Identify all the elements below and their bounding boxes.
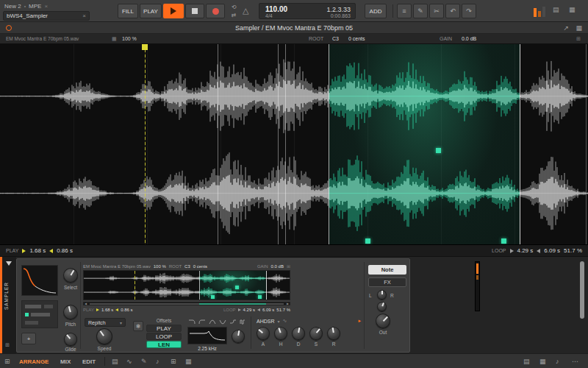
zone-bar[interactable] [25, 321, 38, 325]
tab-edit[interactable]: EDIT [82, 358, 96, 365]
filter-display[interactable] [187, 327, 227, 344]
play-length-value[interactable]: 0.86 s [57, 247, 73, 254]
more-icon[interactable]: ⋯ [572, 358, 578, 365]
grid-icon[interactable]: ⊞ [576, 36, 581, 42]
waveform-display[interactable] [84, 271, 290, 300]
envelope-shape-icon[interactable]: ∿ [283, 318, 287, 324]
mod-route-icon[interactable]: ▸ [358, 318, 361, 324]
close-icon[interactable]: × [44, 3, 48, 10]
loop-icon[interactable]: ⟲ [232, 4, 237, 10]
zone-bar[interactable] [44, 305, 53, 308]
note-panel-icon[interactable]: ♪ [556, 358, 559, 365]
loop-crossfade-value[interactable]: 51.7 % [564, 247, 582, 254]
device-drag-icon[interactable] [6, 261, 12, 266]
expand-icon[interactable]: ↗ [563, 24, 569, 32]
redo-button[interactable]: ↷ [462, 4, 476, 18]
layout-icon[interactable]: ▦ [576, 24, 582, 32]
project-tab[interactable]: New 2 [4, 3, 21, 10]
mini-waveform-editor[interactable] [83, 270, 290, 300]
hold-knob[interactable] [274, 327, 287, 340]
record-button[interactable] [206, 4, 225, 18]
select-knob[interactable] [63, 268, 78, 283]
device-rail[interactable]: SAMPLER ⊞ [0, 257, 16, 354]
pan-knob[interactable] [377, 290, 387, 300]
speed-knob[interactable] [96, 328, 112, 344]
root-cents-value[interactable]: 0 cents [348, 36, 365, 41]
playback-mode-dropdown[interactable]: Repitch ▾ [85, 318, 126, 327]
loop-length-value[interactable]: 6.09 s [262, 308, 274, 312]
device-power-icon[interactable] [6, 25, 12, 31]
metronome-icon[interactable]: △ [243, 6, 248, 15]
punch-icon[interactable]: ⇄ [232, 12, 237, 18]
time-display[interactable]: 0:00.863 [331, 13, 351, 18]
pitch-knob[interactable] [63, 305, 78, 319]
window-icon[interactable]: ▤ [553, 6, 559, 13]
filter-knob[interactable] [232, 330, 245, 343]
sample-file-name[interactable]: EM Mvoc Mantra E 70bpm 05.wav [6, 36, 79, 41]
decay-knob[interactable] [292, 327, 305, 340]
browser-panel-icon[interactable]: ▤ [523, 358, 530, 365]
waveform-display[interactable] [0, 44, 588, 244]
zone-bar[interactable] [25, 305, 41, 308]
sample-file-name[interactable]: EM Mvoc Mantra E 70bpm 05.wav [83, 264, 151, 269]
loop-start-value[interactable]: 4.29 s [243, 308, 255, 312]
glide-knob[interactable] [64, 333, 77, 346]
tempo-value[interactable]: 110.00 [265, 5, 287, 13]
zoom-value[interactable]: 100 % [122, 36, 137, 41]
grid-icon[interactable]: ▦ [569, 6, 576, 13]
width-knob[interactable] [377, 302, 387, 311]
tab-arrange[interactable]: ARRANGE [19, 358, 49, 365]
root-note-value[interactable]: C3 [332, 36, 339, 41]
scroll-right-icon[interactable]: ▶ [287, 302, 289, 305]
fill-button[interactable]: FILL [118, 4, 138, 18]
sustain-knob[interactable] [309, 327, 323, 340]
menu-tool-button[interactable]: ≡ [397, 4, 412, 18]
active-zone-dot[interactable] [25, 313, 29, 316]
tab-mix[interactable]: MIX [60, 358, 71, 365]
gain-value[interactable]: 0.0 dB [271, 264, 284, 269]
play-length-value[interactable]: 0.86 s [121, 308, 132, 312]
loop-start-value[interactable]: 4.29 s [517, 247, 534, 254]
envelope-title[interactable]: AHDSR [257, 319, 275, 324]
tempo-display[interactable]: 110.00 4/4 1.2.3.33 0:00.863 [259, 3, 356, 19]
dual-panel-icon[interactable]: ▤ [112, 358, 118, 365]
release-knob[interactable] [327, 327, 340, 340]
filter-frequency-value[interactable]: 2.25 kHz [187, 346, 227, 351]
automation-curve-icon[interactable]: ∿ [126, 358, 132, 365]
loop-length-value[interactable]: 6.09 s [544, 247, 560, 254]
scroll-left-icon[interactable]: ◀ [85, 302, 87, 305]
play-mode-button[interactable]: PLAY [140, 4, 162, 18]
freeze-button[interactable]: ❄ [133, 321, 143, 331]
loop-crossfade-value[interactable]: 51.7 % [276, 308, 290, 312]
root-note-value[interactable]: C3 [184, 264, 190, 269]
play-button[interactable] [163, 4, 184, 18]
zoom-value[interactable]: 100 % [154, 264, 166, 269]
panel-toggle-icon[interactable]: ⊞ [4, 358, 10, 365]
inspector-panel-icon[interactable]: ▦ [539, 358, 546, 365]
gain-value[interactable]: 0.0 dB [462, 36, 476, 41]
undo-button[interactable]: ↶ [445, 4, 460, 18]
note-mode-button[interactable]: Note [368, 265, 406, 275]
position-display[interactable]: 1.2.3.33 [326, 6, 351, 13]
add-button[interactable]: ADD [365, 4, 387, 18]
fx-mode-button[interactable]: FX [368, 277, 406, 287]
offset-play-button[interactable]: PLAY [146, 325, 182, 332]
offset-len-button[interactable]: LEN [146, 341, 182, 348]
filter-type-icons[interactable] [187, 318, 246, 325]
attack-knob[interactable] [257, 327, 270, 340]
knife-tool-button[interactable]: ✂ [429, 4, 444, 18]
project-tab-mpe[interactable]: MPE [29, 3, 41, 10]
grid-editor-icon[interactable]: ⊞ [171, 358, 176, 365]
close-icon[interactable]: × [82, 13, 86, 19]
add-zone-button[interactable]: + [21, 333, 36, 344]
detail-panel-icon[interactable]: ▦ [185, 358, 192, 365]
note-editor-icon[interactable]: ♪ [156, 358, 159, 365]
zoom-icon[interactable]: ▦ [112, 36, 117, 42]
zone-bar[interactable] [31, 313, 50, 316]
grid-icon[interactable]: ⊞ [287, 263, 290, 269]
time-signature[interactable]: 4/4 [265, 13, 273, 18]
mini-scrollbar[interactable]: ◀ ▶ [83, 302, 290, 305]
play-start-value[interactable]: 1.68 s [101, 308, 113, 312]
stop-button[interactable] [185, 4, 204, 18]
grid-icon[interactable]: ⊞ [5, 342, 10, 348]
